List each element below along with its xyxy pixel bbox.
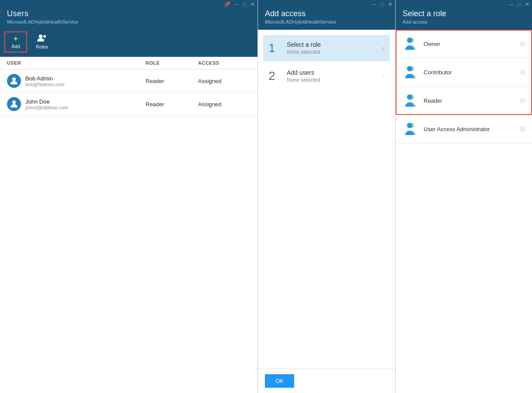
svg-point-3 <box>12 101 16 104</box>
add-access-panel: ─ □ ✕ Add access Microsoft.ADHybridHealt… <box>258 0 396 393</box>
role-john: Reader <box>146 101 198 108</box>
maximize-btn-users[interactable]: □ <box>243 1 246 7</box>
reader-role-icon <box>403 93 418 108</box>
maximize-btn-role[interactable]: □ <box>518 1 521 7</box>
user-info-john: John Doe johnd@fabtoso.com <box>25 98 68 110</box>
user-email-bob: bob@fabtoso.com <box>25 82 64 87</box>
minimize-btn-role[interactable]: ─ <box>509 1 513 7</box>
close-btn-role[interactable]: ✕ <box>525 1 529 7</box>
table-header: USER ROLE ACCESS <box>0 57 257 70</box>
step-2-content: Add users None selected <box>287 69 382 83</box>
owner-role-name: Owner <box>424 41 518 47</box>
owner-info-icon[interactable]: ⓘ <box>520 41 525 47</box>
step-add-users[interactable]: 2 Add users None selected › <box>263 63 390 89</box>
step-2-subtitle: None selected <box>287 77 382 83</box>
step-select-role[interactable]: 1 Select a role None selected › <box>263 35 390 61</box>
svg-point-0 <box>39 35 42 38</box>
ok-button[interactable]: OK <box>265 374 294 388</box>
role-item-contributor[interactable]: Contributor ⓘ <box>396 58 532 87</box>
step-2-number: 2 <box>268 69 282 83</box>
minimize-btn-access[interactable]: ─ <box>372 1 376 7</box>
add-access-footer: OK <box>258 369 395 393</box>
user-info-bob: Bob Admin bob@fabtoso.com <box>25 75 64 87</box>
close-btn-access[interactable]: ✕ <box>388 1 393 7</box>
col-user: USER <box>7 60 146 66</box>
users-table: Bob Admin bob@fabtoso.com Reader Assigne… <box>0 70 257 393</box>
maximize-btn-access[interactable]: □ <box>381 1 384 7</box>
contributor-info-icon[interactable]: ⓘ <box>520 69 525 76</box>
avatar-john <box>7 97 21 111</box>
roles-icon <box>37 34 47 43</box>
role-item-reader[interactable]: Reader ⓘ <box>396 87 532 115</box>
table-row[interactable]: John Doe johnd@fabtoso.com Reader Assign… <box>0 93 257 116</box>
avatar-bob <box>7 74 21 88</box>
steps-container: 1 Select a role None selected › 2 Add us… <box>258 30 395 369</box>
user-cell-john: John Doe johnd@fabtoso.com <box>7 97 146 111</box>
role-item-owner[interactable]: Owner ⓘ <box>396 30 532 58</box>
reader-info-icon[interactable]: ⓘ <box>520 97 525 104</box>
svg-point-11 <box>407 123 412 128</box>
select-role-title: Select a role <box>403 9 525 18</box>
pin-icon[interactable]: 📌 <box>224 1 230 7</box>
add-button[interactable]: + Add <box>4 31 27 52</box>
add-access-title: Add access <box>265 9 388 18</box>
step-2-title: Add users <box>287 69 382 76</box>
users-panel: 📌 ─ □ ✕ Users Microsoft.ADHybridHealthSe… <box>0 0 258 393</box>
svg-point-9 <box>407 94 412 100</box>
select-role-panel: ─ □ ✕ Select a role Add access <box>396 0 532 393</box>
roles-label: Roles <box>36 44 48 49</box>
step-1-content: Select a role None selected <box>287 41 382 55</box>
owner-role-icon <box>403 36 418 52</box>
svg-point-2 <box>12 77 16 81</box>
step-1-number: 1 <box>268 41 282 55</box>
access-john: Assigned <box>198 101 250 108</box>
select-role-subtitle: Add access <box>403 19 525 24</box>
col-role: ROLE <box>146 60 198 66</box>
chevron-right-icon-1: › <box>382 44 385 52</box>
minimize-btn-users[interactable]: ─ <box>235 1 239 7</box>
contributor-role-name: Contributor <box>424 69 518 76</box>
svg-point-5 <box>407 38 412 43</box>
contributor-role-icon <box>403 64 418 80</box>
role-bob: Reader <box>146 78 198 84</box>
add-icon: + <box>14 35 18 43</box>
user-access-admin-role-icon <box>403 121 418 137</box>
reader-role-name: Reader <box>424 97 518 104</box>
close-btn-users[interactable]: ✕ <box>250 1 255 7</box>
chevron-right-icon-2: › <box>382 72 385 80</box>
users-subtitle: Microsoft.ADHybridHealthService <box>7 19 250 24</box>
role-item-user-access-admin[interactable]: User Access Administrator ⓘ <box>396 115 532 143</box>
table-row[interactable]: Bob Admin bob@fabtoso.com Reader Assigne… <box>0 70 257 93</box>
user-access-admin-info-icon[interactable]: ⓘ <box>520 126 525 132</box>
roles-list: Owner ⓘ Contributor ⓘ <box>396 30 532 393</box>
col-access: ACCESS <box>198 60 250 66</box>
user-email-john: johnd@fabtoso.com <box>25 105 68 110</box>
svg-point-7 <box>407 66 412 71</box>
svg-point-1 <box>43 35 46 38</box>
users-title: Users <box>7 9 250 18</box>
step-1-title: Select a role <box>287 41 382 48</box>
step-1-subtitle: None selected <box>287 49 382 55</box>
user-name-john: John Doe <box>25 98 68 105</box>
access-bob: Assigned <box>198 78 250 84</box>
user-name-bob: Bob Admin <box>25 75 64 82</box>
add-label: Add <box>11 44 20 49</box>
add-access-subtitle: Microsoft.ADHybridHealthService <box>265 19 388 24</box>
user-cell-bob: Bob Admin bob@fabtoso.com <box>7 74 146 88</box>
user-access-admin-role-name: User Access Administrator <box>424 126 518 132</box>
roles-button[interactable]: Roles <box>31 31 53 52</box>
